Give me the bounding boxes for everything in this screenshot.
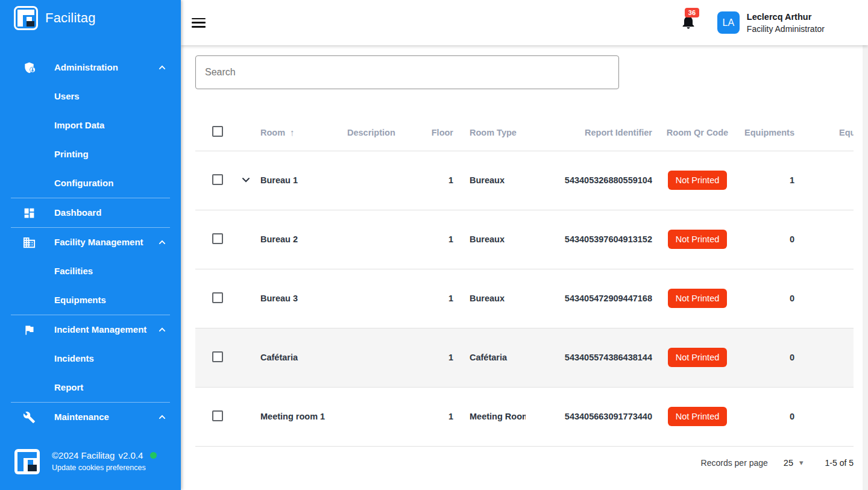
avatar[interactable]: LA (717, 11, 740, 34)
cell-room-type: Cafétaria (453, 328, 526, 387)
user-name: Leclercq Arthur (747, 11, 825, 23)
search-input[interactable] (195, 55, 619, 89)
column-header-room-type[interactable]: Room Type (453, 115, 526, 151)
sidebar-item-equipments[interactable]: Equipments (0, 286, 181, 315)
facilitag-footer-logo-icon (14, 449, 40, 474)
facilitag-logo-icon (14, 6, 38, 30)
qr-status-badge: Not Printed (668, 407, 728, 426)
sidebar-item-facility-management[interactable]: Facility Management (0, 228, 181, 257)
cell-floor: 1 (406, 387, 453, 446)
row-checkbox[interactable] (212, 233, 223, 244)
sidebar-item-label: Incidents (54, 353, 169, 365)
sidebar: Facilitag Administration Users Import Da… (0, 0, 181, 490)
chevron-up-icon[interactable] (156, 410, 169, 424)
sidebar-item-import-data[interactable]: Import Data (0, 111, 181, 140)
notification-count-badge: 36 (685, 8, 699, 17)
cell-room: Meeting room 1 (260, 387, 340, 446)
sidebar-item-incidents[interactable]: Incidents (0, 344, 181, 373)
expand-row-chevron-down-icon[interactable] (239, 172, 253, 187)
cell-equipments: 0 (743, 328, 815, 387)
sidebar-item-printing[interactable]: Printing (0, 140, 181, 169)
sidebar-item-label: Report (54, 382, 169, 394)
cell-floor: 1 (406, 269, 453, 328)
dropdown-caret-icon[interactable]: ▾ (799, 458, 804, 467)
flag-icon (22, 322, 36, 337)
select-all-checkbox[interactable] (212, 126, 223, 137)
cell-room-type: Meeting Room (453, 387, 526, 446)
vertical-scrollbar[interactable] (863, 45, 868, 490)
column-header-room-qr-code[interactable]: Room Qr Code (652, 115, 743, 151)
table-row: Bureau 1 1 Bureaux 543405326880559104 No… (195, 151, 854, 210)
sidebar-item-facilities[interactable]: Facilities (0, 257, 181, 286)
sidebar-item-label: Maintenance (54, 411, 156, 423)
notifications-button[interactable]: 36 (680, 13, 698, 33)
row-checkbox[interactable] (212, 410, 223, 421)
pagination-range: 1-5 of 5 (825, 458, 854, 468)
pagination-bar: Records per page 25 ▾ 1-5 of 5 (195, 447, 854, 479)
chevron-up-icon[interactable] (156, 61, 169, 74)
qr-status-badge: Not Printed (668, 230, 728, 249)
row-checkbox[interactable] (212, 292, 223, 303)
row-checkbox[interactable] (212, 174, 223, 185)
sidebar-item-label: Import Data (54, 119, 169, 131)
table-row: Meeting room 1 1 Meeting Room 5434056630… (195, 387, 854, 446)
cell-floor: 1 (406, 151, 453, 210)
version-text: v2.0.4 (118, 450, 143, 460)
sidebar-item-label: Users (54, 90, 169, 102)
cell-equipments: 0 (743, 210, 815, 269)
table-row: Bureau 2 1 Bureaux 543405397604913152 No… (195, 210, 854, 269)
sidebar-item-label: Administration (54, 61, 156, 74)
cell-description (340, 151, 406, 210)
sidebar-nav: Administration Users Import Data Printin… (0, 53, 181, 432)
rooms-table: Room↑ Description Floor Room Type Report… (195, 115, 854, 447)
sidebar-item-maintenance[interactable]: Maintenance (0, 403, 181, 432)
cell-report-identifier: 543405574386438144 (526, 328, 652, 387)
column-header-description[interactable]: Description (340, 115, 406, 151)
table-row: Cafétaria 1 Cafétaria 543405574386438144… (195, 328, 854, 387)
cell-description (340, 269, 406, 328)
chevron-up-icon[interactable] (156, 323, 169, 336)
cell-room-type: Bureaux (453, 210, 526, 269)
dashboard-icon (22, 206, 36, 220)
user-role: Facility Administrator (747, 23, 825, 35)
cell-equipments: 0 (743, 387, 815, 446)
sidebar-item-administration[interactable]: Administration (0, 53, 181, 82)
sidebar-item-report[interactable]: Report (0, 373, 181, 402)
sort-asc-icon[interactable]: ↑ (290, 127, 295, 137)
main-area: 36 LA Leclercq Arthur Facility Administr… (181, 0, 868, 490)
table-header-row: Room↑ Description Floor Room Type Report… (195, 115, 854, 151)
column-header-room[interactable]: Room↑ (260, 115, 340, 151)
row-checkbox[interactable] (212, 351, 223, 362)
records-per-page-select[interactable]: 25 (784, 458, 793, 468)
cell-report-identifier: 543405326880559104 (526, 151, 652, 210)
sidebar-item-label: Facility Management (54, 236, 156, 248)
column-header-equipments-qr[interactable]: Equi (815, 115, 854, 151)
chevron-up-icon[interactable] (156, 236, 169, 249)
sidebar-footer: ©2024 Facilitag v2.0.4 Update cookies pr… (0, 449, 181, 490)
cell-room-type: Bureaux (453, 269, 526, 328)
qr-status-badge: Not Printed (668, 289, 728, 308)
admin-shield-icon (22, 60, 36, 75)
cell-room-type: Bureaux (453, 151, 526, 210)
cell-description (340, 387, 406, 446)
building-icon (22, 235, 36, 250)
column-header-floor[interactable]: Floor (406, 115, 453, 151)
sidebar-item-incident-management[interactable]: Incident Management (0, 315, 181, 344)
cell-equipments: 0 (743, 269, 815, 328)
sidebar-item-users[interactable]: Users (0, 82, 181, 111)
page-content: Room↑ Description Floor Room Type Report… (181, 45, 868, 490)
cell-description (340, 210, 406, 269)
column-header-equipments[interactable]: Equipments (743, 115, 815, 151)
menu-hamburger-icon[interactable] (192, 18, 206, 28)
column-header-report-identifier[interactable]: Report Identifier (526, 115, 652, 151)
cell-floor: 1 (406, 328, 453, 387)
sidebar-item-label: Dashboard (54, 207, 156, 219)
cookies-preferences-link[interactable]: Update cookies preferences (52, 463, 157, 472)
cell-room: Bureau 3 (260, 269, 340, 328)
copyright-text: ©2024 Facilitag (52, 450, 115, 460)
cell-room: Cafétaria (260, 328, 340, 387)
cell-report-identifier: 543405663091773440 (526, 387, 652, 446)
cell-floor: 1 (406, 210, 453, 269)
sidebar-item-configuration[interactable]: Configuration (0, 169, 181, 198)
sidebar-item-dashboard[interactable]: Dashboard (0, 198, 181, 227)
